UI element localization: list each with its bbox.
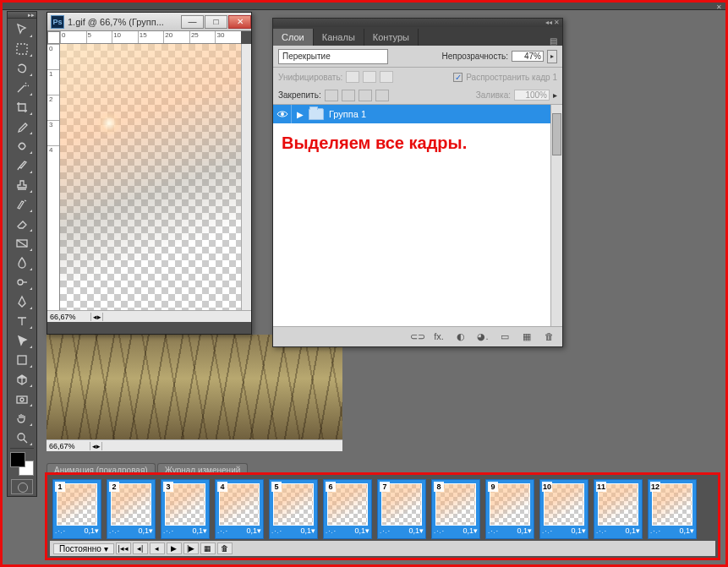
frame[interactable]: 10.·.·0,1▾	[539, 479, 588, 539]
lock-pixels-icon[interactable]	[342, 90, 355, 101]
frame[interactable]: 1.·.·0,1▾	[52, 479, 101, 539]
ruler-horizontal[interactable]: 0 5 10 15 20 25 30	[60, 31, 241, 44]
window-titlebar[interactable]: Ps 1.gif @ 66,7% (Групп... — □ ✕	[47, 13, 251, 31]
maximize-button[interactable]: □	[205, 15, 227, 29]
pen-tool[interactable]	[11, 292, 33, 310]
move-tool[interactable]	[11, 20, 33, 38]
opacity-value[interactable]: 47%	[512, 51, 544, 62]
opacity-arrow-icon[interactable]: ▸	[547, 50, 557, 63]
frame-duration[interactable]: .·.·0,1▾	[596, 525, 640, 537]
fill-value[interactable]: 100%	[514, 90, 550, 101]
frame[interactable]: 8.·.·0,1▾	[431, 479, 480, 539]
layer-name[interactable]: Группа 1	[329, 109, 366, 119]
fx-icon[interactable]: fx.	[432, 331, 446, 343]
frame[interactable]: 5.·.·0,1▾	[269, 479, 318, 539]
panel-menu-icon[interactable]: ▤	[545, 36, 562, 46]
quick-mask-toggle[interactable]	[11, 479, 33, 494]
trash-icon[interactable]: 🗑	[542, 331, 556, 343]
adjustment-icon[interactable]: ◕.	[476, 331, 490, 343]
lock-transparency-icon[interactable]	[325, 90, 338, 101]
frame-duration[interactable]: .·.·0,1▾	[217, 525, 261, 537]
collapse-icon[interactable]: ✕	[716, 3, 722, 11]
heal-tool[interactable]	[11, 137, 33, 155]
group-icon[interactable]: ▭	[498, 331, 512, 343]
frame[interactable]: 2.·.·0,1▾	[107, 479, 156, 539]
link-icon[interactable]: ⊂⊃	[410, 331, 424, 343]
wand-tool[interactable]	[11, 79, 33, 96]
scrollbar-vertical[interactable]	[241, 44, 251, 310]
frame-duration[interactable]: .·.·0,1▾	[380, 525, 424, 537]
brush-tool[interactable]	[11, 156, 33, 174]
frame-duration[interactable]: .·.·0,1▾	[542, 525, 586, 537]
propagate-checkbox[interactable]: ✓	[453, 73, 463, 82]
eyedropper-tool[interactable]	[11, 117, 33, 135]
ruler-origin[interactable]	[47, 31, 60, 44]
frame-duration[interactable]: .·.·0,1▾	[55, 525, 99, 537]
zoom-tool[interactable]	[11, 428, 33, 446]
frame-duration[interactable]: .·.·0,1▾	[434, 525, 478, 537]
stamp-tool[interactable]	[11, 176, 33, 194]
frame[interactable]: 11.·.·0,1▾	[594, 479, 643, 539]
type-tool[interactable]	[11, 312, 33, 330]
layer-group-row[interactable]: ▶ Группа 1	[273, 105, 550, 123]
frame-duration[interactable]: .·.·0,1▾	[271, 525, 315, 537]
frame[interactable]: 9.·.·0,1▾	[485, 479, 534, 539]
tab-layers[interactable]: Слои	[273, 29, 314, 46]
unify-style-icon[interactable]	[380, 71, 393, 83]
play-back-button[interactable]: ◂	[150, 542, 165, 554]
3d-tool[interactable]	[11, 370, 33, 388]
gradient-tool[interactable]	[11, 234, 33, 252]
color-swatches[interactable]	[10, 452, 34, 476]
nav-icon[interactable]: ◂▸	[90, 442, 102, 450]
nav-icon[interactable]: ◂▸	[91, 313, 103, 321]
unify-visibility-icon[interactable]	[363, 71, 376, 83]
blend-mode-select[interactable]: Перекрытие	[278, 49, 388, 64]
frame-duration[interactable]: .·.·0,1▾	[488, 525, 532, 537]
panel-header[interactable]: ◂◂ ✕	[273, 19, 562, 27]
eraser-tool[interactable]	[11, 215, 33, 232]
fill-arrow-icon[interactable]: ▸	[553, 90, 557, 100]
frame[interactable]: 7.·.·0,1▾	[377, 479, 426, 539]
shape-tool[interactable]	[11, 351, 33, 368]
minimize-button[interactable]: —	[181, 15, 204, 29]
zoom-value[interactable]: 66,67%	[47, 442, 90, 450]
hand-tool[interactable]	[11, 409, 33, 427]
frame[interactable]: 12.·.·0,1▾	[648, 479, 697, 539]
play-button[interactable]: ▶	[167, 542, 182, 554]
frame[interactable]: 3.·.·0,1▾	[161, 479, 210, 539]
layers-list[interactable]: ▶ Группа 1 Выделяем все кадры.	[273, 105, 550, 326]
path-select-tool[interactable]	[11, 331, 33, 349]
loop-select[interactable]: Постоянно ▾	[53, 543, 114, 554]
new-layer-icon[interactable]: ▦	[520, 331, 534, 343]
camera-tool[interactable]	[11, 390, 33, 407]
close-button[interactable]: ✕	[228, 15, 251, 29]
lasso-tool[interactable]	[11, 59, 33, 77]
blur-tool[interactable]	[11, 254, 33, 271]
layers-scrollbar[interactable]	[550, 105, 562, 326]
history-brush-tool[interactable]	[11, 195, 33, 213]
frame-duration[interactable]: .·.·0,1▾	[650, 525, 694, 537]
tween-button[interactable]: ▦	[200, 542, 216, 554]
document-canvas[interactable]	[60, 44, 241, 310]
tab-paths[interactable]: Контуры	[364, 29, 419, 46]
frame-duration[interactable]: .·.·0,1▾	[326, 525, 369, 537]
disclose-icon[interactable]: ▶	[292, 110, 309, 119]
tab-channels[interactable]: Каналы	[314, 29, 364, 46]
mask-icon[interactable]: ◐	[454, 331, 468, 343]
zoom-value[interactable]: 66,67%	[47, 313, 91, 321]
frame[interactable]: 4.·.·0,1▾	[215, 479, 264, 539]
lock-position-icon[interactable]	[359, 90, 372, 101]
crop-tool[interactable]	[11, 98, 33, 116]
frame[interactable]: 6.·.·0,1▾	[323, 479, 372, 539]
prev-frame-button[interactable]: ◂|	[133, 542, 148, 554]
lock-all-icon[interactable]	[375, 90, 389, 101]
dodge-tool[interactable]	[11, 273, 33, 291]
next-frame-button[interactable]: |▶	[183, 542, 199, 554]
marquee-tool[interactable]	[11, 40, 33, 57]
frame-duration[interactable]: .·.·0,1▾	[163, 525, 207, 537]
visibility-icon[interactable]	[273, 105, 292, 123]
ruler-vertical[interactable]: 0 1 2 3 4	[47, 44, 60, 310]
frame-duration[interactable]: .·.·0,1▾	[109, 525, 153, 537]
delete-frame-button[interactable]: 🗑	[217, 542, 233, 554]
unify-position-icon[interactable]	[346, 71, 359, 83]
